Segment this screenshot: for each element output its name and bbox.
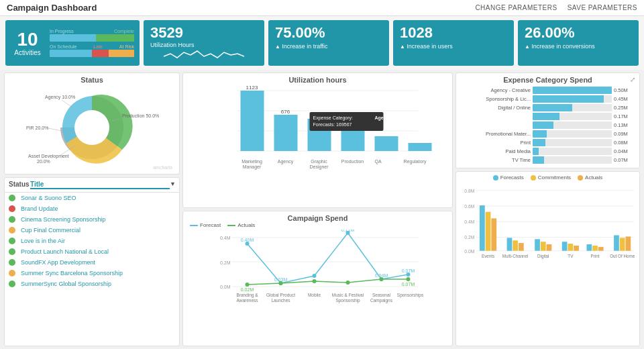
forecasts-label: Forecasts — [500, 174, 524, 181]
campaign-list-body[interactable]: Sonar & Suono SEO Brand Update Cinema Sc… — [5, 193, 179, 289]
campaign-spend-card: Campaign Spend Forecast Actuals 0.4M 0.2… — [182, 211, 453, 346]
actuals-dot — [578, 175, 583, 181]
expense-bar-fill — [533, 104, 572, 111]
expense-label: Promotional Mater... — [460, 131, 531, 137]
utilization-chart-title: Utilization hours — [187, 76, 448, 84]
svg-text:Awareness: Awareness — [236, 298, 258, 303]
list-item[interactable]: Brand Update — [5, 203, 179, 214]
kpi-utilization-card: 3529 Utilization Hours — [144, 20, 264, 66]
svg-text:Asset Development: Asset Development — [28, 154, 69, 159]
svg-point-55 — [313, 279, 317, 283]
svg-text:Out Of Home: Out Of Home — [610, 254, 635, 258]
svg-text:Sponsorships: Sponsorships — [397, 293, 424, 298]
list-item[interactable]: Summer Sync Barcelona Sponsorship — [5, 268, 179, 279]
svg-rect-103 — [626, 236, 631, 250]
svg-point-58 — [407, 277, 411, 281]
svg-text:Regulatory: Regulatory — [404, 159, 427, 164]
expense-bar-fill — [533, 139, 545, 146]
svg-point-56 — [346, 281, 350, 285]
utilization-value: 3529 — [150, 24, 258, 42]
svg-rect-85 — [507, 238, 513, 250]
svg-text:PIR 20.0%: PIR 20.0% — [26, 126, 48, 130]
status-chart-title: Status — [9, 76, 175, 84]
activities-count: 10 — [17, 30, 38, 49]
actuals-line-legend — [227, 225, 235, 226]
svg-text:Seasonal: Seasonal — [372, 293, 391, 297]
svg-rect-23 — [409, 143, 432, 151]
title-col-header: Title — [30, 181, 170, 189]
expense-value: 0.25M — [614, 105, 635, 111]
svg-point-53 — [246, 283, 250, 287]
campaign-title[interactable]: Sonar & Suono SEO — [21, 195, 76, 201]
campaign-title[interactable]: SummerSync Global Sponsorship — [21, 281, 111, 287]
expense-bar-track — [533, 156, 612, 164]
expense-row: 0.17M — [460, 113, 635, 120]
svg-point-57 — [380, 277, 384, 281]
expense-bar-fill — [533, 148, 539, 155]
main-content: Status Agency 10.0% P — [0, 70, 644, 349]
list-item[interactable]: Product Launch National & Local — [5, 246, 179, 257]
commitments-dot — [531, 175, 536, 181]
status-dot — [9, 259, 15, 266]
kpi-row: 10 Activities In Progress Complete On Sc… — [0, 16, 644, 70]
campaign-title[interactable]: Cinema Screening Sponsorship — [21, 216, 106, 223]
expense-rows: Agency - Creative 0.50M Sponsorship & Li… — [460, 87, 635, 164]
campaign-title[interactable]: Brand Update — [21, 205, 58, 212]
expense-value: 0.09M — [614, 131, 635, 137]
svg-text:0.4M: 0.4M — [464, 219, 474, 224]
actuals-legend: Actuals — [227, 222, 255, 228]
campaign-title[interactable]: Product Launch National & Local — [21, 248, 109, 255]
status-dot — [9, 195, 15, 201]
expense-bar-track — [533, 148, 612, 155]
expense-bar-track — [533, 95, 612, 103]
utilization-sparkline — [150, 48, 258, 62]
actuals-legend: Actuals — [578, 174, 602, 181]
status-donut-svg: Agency 10.0% PIR 20.0% Production 50.0% … — [25, 84, 159, 171]
svg-text:Mobile: Mobile — [308, 293, 321, 297]
list-item[interactable]: Cup Final Commercial — [5, 225, 179, 236]
list-item[interactable]: Sonar & Suono SEO — [5, 193, 179, 203]
late-bar — [92, 50, 109, 57]
svg-text:0.07M: 0.07M — [402, 282, 415, 287]
expense-value: 0.08M — [614, 140, 635, 146]
expense-row: Print 0.08M — [460, 139, 635, 146]
campaign-title[interactable]: Love is in the Air — [21, 238, 65, 244]
list-item[interactable]: Cinema Screening Sponsorship — [5, 214, 179, 225]
svg-text:Agency: Agency — [278, 159, 294, 164]
list-item[interactable]: SummerSync Global Sponsorship — [5, 279, 179, 289]
list-item[interactable]: SoundFX App Development — [5, 257, 179, 268]
grouped-bars-svg: 0.8M 0.6M 0.4M 0.2M 0.0M Events — [460, 182, 635, 269]
svg-rect-81 — [480, 205, 485, 251]
expense-row: Promotional Mater... 0.09M — [460, 130, 635, 138]
svg-text:676: 676 — [281, 109, 290, 115]
save-parameters-button[interactable]: SAVE PARAMETERS — [568, 4, 637, 11]
change-parameters-button[interactable]: CHANGE PARAMETERS — [475, 4, 557, 11]
campaign-title[interactable]: Summer Sync Barcelona Sponsorship — [21, 270, 123, 277]
forecasts-legend: Forecasts — [493, 174, 524, 181]
kpi-conversions-card: 26.00% ▲ Increase in conversions — [518, 20, 639, 66]
svg-text:Multi-Channel: Multi-Channel — [502, 254, 529, 258]
campaign-title[interactable]: SoundFX App Development — [21, 259, 95, 266]
expense-chart-card: Expense Category Spend ⤢ Agency - Creati… — [455, 72, 640, 168]
svg-text:QA: QA — [374, 159, 381, 164]
utilization-bars-svg: 1123 676 578 419 Expense Ca — [187, 84, 448, 178]
utilization-chart-area: 1123 676 578 419 Expense Ca — [187, 84, 448, 179]
svg-text:20.0%: 20.0% — [37, 159, 50, 164]
sort-icon[interactable]: ▼ — [170, 181, 175, 189]
status-col-header: Status — [9, 181, 30, 189]
expense-value: 0.04M — [614, 148, 635, 154]
svg-text:TV: TV — [568, 254, 574, 258]
list-item[interactable]: Love is in the Air — [5, 236, 179, 246]
status-dot — [9, 248, 15, 255]
complete-bar — [96, 34, 134, 42]
status-dot — [9, 205, 15, 212]
svg-rect-97 — [587, 244, 592, 251]
expand-icon[interactable]: ⤢ — [630, 76, 635, 83]
svg-text:Graphic: Graphic — [311, 159, 327, 164]
commitments-legend: Commitments — [531, 174, 571, 181]
forecasts-dot — [493, 175, 498, 181]
svg-text:Production: Production — [341, 159, 364, 164]
expense-bar-track — [533, 130, 612, 138]
campaign-title[interactable]: Cup Final Commercial — [21, 227, 80, 234]
status-dot — [9, 281, 15, 287]
